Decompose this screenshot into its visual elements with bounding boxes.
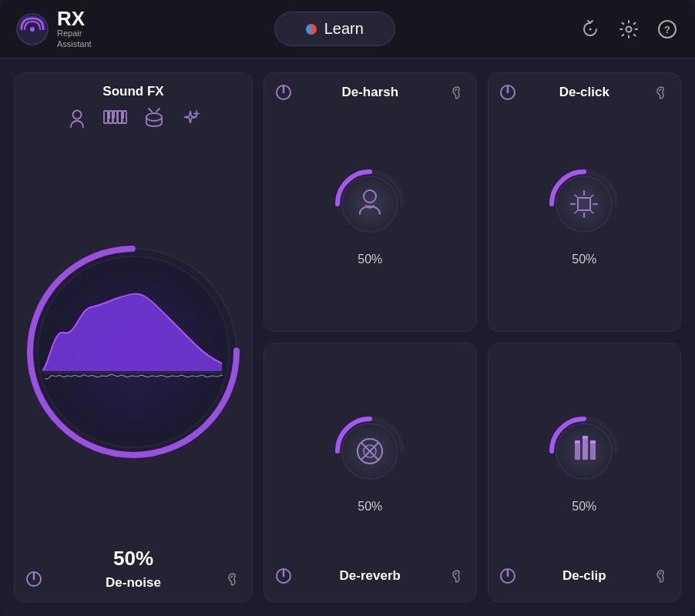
header-icons: ? (578, 17, 680, 42)
de-harsh-title: De-harsh (292, 85, 448, 100)
svg-point-1 (30, 27, 35, 32)
svg-rect-17 (107, 111, 110, 119)
de-harsh-knob[interactable] (327, 162, 412, 246)
de-click-value: 50% (572, 253, 596, 266)
svg-rect-59 (590, 440, 596, 444)
de-click-power-button[interactable] (499, 84, 516, 101)
de-harsh-header: De-harsh (275, 84, 465, 101)
de-reverb-ear-button[interactable] (448, 567, 465, 584)
learn-label: Learn (324, 20, 364, 38)
de-noise-title: De-noise (106, 575, 161, 591)
sound-fx-title: Sound FX (25, 84, 241, 99)
logo-rx: RX (57, 8, 92, 28)
learn-dot-icon (306, 24, 317, 35)
de-reverb-footer: De-reverb (275, 567, 465, 584)
de-clip-card: 50% De-clip (488, 343, 681, 602)
de-harsh-knob-container: 50% (327, 107, 412, 320)
de-clip-knob[interactable] (542, 409, 626, 494)
de-reverb-knob[interactable] (327, 409, 412, 494)
logo-icon (15, 12, 49, 46)
vocal-icon[interactable] (65, 107, 89, 130)
de-clip-title: De-clip (516, 568, 653, 584)
de-click-title: De-click (516, 85, 653, 100)
waveform-circle[interactable] (25, 244, 241, 460)
svg-point-20 (146, 113, 162, 121)
de-reverb-title: De-reverb (292, 568, 448, 584)
drums-icon[interactable] (143, 107, 166, 130)
svg-point-3 (626, 26, 631, 32)
de-click-knob-container: 50% (542, 107, 626, 320)
de-clip-value: 50% (572, 500, 596, 514)
logo-area: RX RepairAssistant (15, 8, 92, 49)
waveform-circle-wrap: 50% (25, 141, 241, 563)
de-harsh-card: De-harsh (264, 72, 477, 332)
de-reverb-value: 50% (358, 500, 382, 514)
piano-icon[interactable] (102, 108, 129, 129)
svg-rect-19 (121, 111, 124, 119)
app-container: RX RepairAssistant Learn (0, 0, 695, 616)
svg-rect-56 (590, 443, 596, 460)
settings-icon[interactable] (616, 17, 641, 42)
de-harsh-value: 50% (358, 253, 382, 266)
header: RX RepairAssistant Learn (0, 0, 695, 59)
logo-text: RX RepairAssistant (57, 8, 92, 49)
de-click-knob[interactable] (542, 162, 626, 246)
sound-fx-icons (65, 107, 201, 130)
sound-fx-center-value: 50% (113, 547, 153, 571)
de-clip-power-button[interactable] (499, 567, 516, 584)
svg-rect-18 (112, 111, 115, 119)
de-click-header: De-click (499, 84, 670, 101)
svg-line-21 (149, 109, 152, 112)
svg-point-2 (589, 28, 591, 30)
de-harsh-power-button[interactable] (275, 84, 292, 101)
de-clip-footer: De-clip (499, 567, 670, 584)
logo-subtitle: RepairAssistant (57, 28, 92, 49)
de-noise-ear-button[interactable] (224, 571, 241, 588)
de-noise-power-button[interactable] (25, 571, 42, 588)
svg-rect-57 (575, 440, 580, 444)
svg-text:?: ? (664, 24, 670, 35)
svg-rect-58 (583, 436, 588, 439)
sound-fx-card: Sound FX (14, 72, 253, 602)
de-noise-footer: De-noise (25, 567, 241, 591)
sparkle-icon[interactable] (180, 108, 201, 129)
de-clip-knob-container: 50% (542, 354, 626, 567)
de-harsh-ear-button[interactable] (448, 84, 465, 101)
svg-line-22 (156, 109, 159, 112)
undo-icon[interactable] (578, 17, 603, 42)
de-click-ear-button[interactable] (653, 84, 670, 101)
de-clip-ear-button[interactable] (653, 567, 670, 584)
learn-button[interactable]: Learn (274, 12, 395, 46)
main-content: De-harsh (0, 59, 695, 616)
de-reverb-card: 50% De-reverb (264, 343, 477, 602)
help-icon[interactable]: ? (655, 17, 680, 42)
de-reverb-power-button[interactable] (275, 567, 292, 584)
svg-rect-54 (575, 443, 580, 460)
de-click-card: De-click (488, 72, 681, 332)
de-reverb-knob-container: 50% (327, 354, 412, 567)
svg-rect-55 (583, 438, 588, 460)
svg-point-11 (73, 111, 82, 119)
